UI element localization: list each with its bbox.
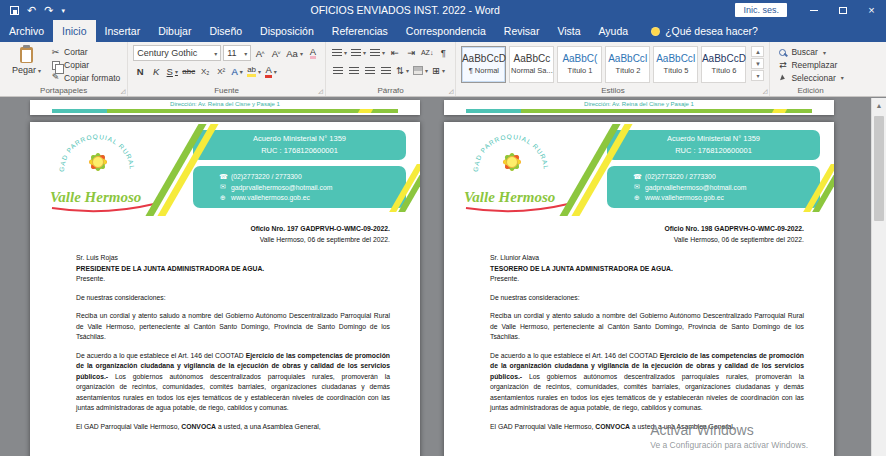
increase-indent-button[interactable]: ⇥: [404, 45, 418, 60]
tab-dibujar[interactable]: Dibujar: [149, 20, 200, 42]
contact-box: ☎(02)2773220 / 2773300 ✉gadprvallehermos…: [193, 166, 406, 208]
italic-button[interactable]: K: [149, 64, 163, 79]
document-page-197[interactable]: GAD PARROQUIAL RURAL Valle Hermoso: [30, 122, 420, 456]
text-effects-button[interactable]: A: [230, 64, 244, 79]
vertical-scrollbar[interactable]: ▲: [871, 98, 886, 456]
bullets-button[interactable]: [331, 45, 348, 60]
line-spacing-button[interactable]: ⇅: [395, 63, 410, 78]
window-title: OFICIOS ENVIADOS INST. 2022 - Word: [75, 4, 736, 16]
style-normal[interactable]: AaBbCcD ¶ Normal: [461, 46, 506, 83]
document-page-198[interactable]: GAD PARROQUIAL RURAL Valle Hermoso: [444, 122, 834, 456]
undo-icon[interactable]: ↶: [27, 5, 36, 16]
font-dialog-launcher-icon[interactable]: ◿: [318, 88, 323, 94]
letterhead: GAD PARROQUIAL RURAL Valle Hermoso: [30, 122, 420, 222]
clipboard-small-buttons: ✂ Cortar Copiar ✎ Copiar formato: [48, 45, 122, 84]
show-formatting-marks-button[interactable]: ¶: [436, 45, 450, 60]
justify-button[interactable]: [379, 63, 393, 78]
paragraph-dialog-launcher-icon[interactable]: ◿: [449, 88, 454, 94]
borders-button[interactable]: ⊞: [431, 63, 446, 78]
salutation-line: De nuestras consideraciones:: [490, 293, 804, 304]
copy-button[interactable]: Copiar: [48, 59, 122, 72]
shrink-font-button[interactable]: A˅: [269, 46, 283, 61]
select-button[interactable]: Seleccionar: [775, 71, 845, 84]
align-left-button[interactable]: [331, 63, 345, 78]
shading-button[interactable]: [412, 63, 429, 78]
previous-page-bottom-right[interactable]: Dirección: Av. Reina del Cisne y Pasaje …: [444, 100, 834, 115]
close-button[interactable]: ×: [857, 0, 886, 20]
tab-archivo[interactable]: Archivo: [0, 20, 53, 42]
tab-diseno[interactable]: Diseño: [200, 20, 251, 42]
clipboard-group-label: Portapapeles: [0, 86, 127, 95]
email-icon: ✉: [219, 183, 227, 191]
align-center-button[interactable]: [347, 63, 361, 78]
replace-button[interactable]: ⇄ Reemplazar: [775, 59, 845, 72]
ruc-line: RUC : 1768120600001: [607, 145, 820, 157]
paste-button[interactable]: Pegar: [5, 45, 48, 84]
scrollbar-thumb[interactable]: [874, 116, 884, 221]
globe-icon: ⊕: [633, 194, 641, 202]
clear-formatting-button[interactable]: A: [306, 46, 320, 61]
cut-button[interactable]: ✂ Cortar: [48, 46, 122, 59]
save-icon[interactable]: [10, 6, 19, 15]
style-titulo-1[interactable]: AaBbC( Título 1: [557, 46, 602, 83]
redo-icon[interactable]: ↷: [44, 5, 53, 16]
styles-scroll-up-icon[interactable]: ▲: [751, 46, 764, 57]
styles-gallery-more-icon[interactable]: ▾: [751, 70, 764, 81]
font-color-button[interactable]: A: [264, 64, 278, 79]
tab-vista[interactable]: Vista: [548, 20, 589, 42]
tab-disposicion[interactable]: Disposición: [251, 20, 323, 42]
oficio-number: Oficio Nro. 197 GADPRVH-O-WMC-09-2022.: [76, 224, 390, 235]
multilevel-list-button[interactable]: [369, 45, 386, 60]
style-titulo-6[interactable]: AaBbCcD Título 6: [701, 46, 746, 83]
format-painter-label: Copiar formato: [64, 73, 120, 83]
subscript-button[interactable]: X₂: [198, 64, 212, 79]
svg-text:Valle Hermoso: Valle Hermoso: [50, 189, 141, 205]
tab-correspondencia[interactable]: Correspondencia: [397, 20, 495, 42]
bullets-icon: [332, 49, 342, 56]
clipboard-dialog-launcher-icon[interactable]: ◿: [121, 88, 126, 94]
strikethrough-button[interactable]: abc: [181, 64, 196, 79]
pilcrow-icon: ¶: [441, 47, 446, 58]
title-bar: ↶ ↷ ▾ OFICIOS ENVIADOS INST. 2022 - Word…: [0, 0, 886, 20]
font-name-combobox[interactable]: Century Gothic: [133, 45, 221, 61]
superscript-button[interactable]: X²: [214, 64, 228, 79]
styles-dialog-launcher-icon[interactable]: ◿: [763, 88, 768, 94]
scroll-up-icon[interactable]: ▲: [872, 98, 886, 112]
style-normal-sa[interactable]: AaBbCc Normal Sa...: [509, 46, 554, 83]
line-spacing-icon: ⇅: [396, 65, 404, 76]
recipient-name: Sr. Luis Rojas: [76, 253, 390, 264]
tab-insertar[interactable]: Insertar: [96, 20, 150, 42]
paragraph-1: Reciba un cordial y atento saludo a nomb…: [490, 311, 804, 343]
numbering-button[interactable]: [350, 45, 367, 60]
bold-button[interactable]: N: [133, 64, 147, 79]
tell-me-box[interactable]: ¿Qué desea hacer?: [641, 20, 768, 42]
align-right-icon: [365, 67, 375, 74]
maximize-button[interactable]: [828, 0, 857, 20]
underline-button[interactable]: S: [165, 64, 179, 79]
grow-font-button[interactable]: A˄: [253, 46, 267, 61]
style-titulo-5[interactable]: AaBbCcI Título 5: [653, 46, 698, 83]
minimize-button[interactable]: [799, 0, 828, 20]
sort-button[interactable]: AZ↓: [420, 45, 434, 60]
tab-ayuda[interactable]: Ayuda: [590, 20, 638, 42]
letter-body[interactable]: Oficio Nro. 197 GADPRVH-O-WMC-09-2022. V…: [30, 222, 420, 433]
highlight-color-button[interactable]: ab: [246, 64, 262, 79]
email-text: gadprvallehermoso@hotmail.com: [231, 184, 332, 192]
tab-revisar[interactable]: Revisar: [495, 20, 549, 42]
letter-body[interactable]: Oficio Nro. 198 GADPRVH-O-WMC-09-2022. V…: [444, 222, 834, 433]
change-case-button[interactable]: Aa: [285, 46, 304, 61]
font-size-combobox[interactable]: 11: [223, 45, 251, 61]
decrease-indent-button[interactable]: ⇤: [388, 45, 402, 60]
align-right-button[interactable]: [363, 63, 377, 78]
tab-inicio[interactable]: Inicio: [53, 20, 96, 42]
style-titulo-2[interactable]: AaBbCcI Título 2: [605, 46, 650, 83]
previous-page-bottom-left[interactable]: Dirección: Av. Reina del Cisne y Pasaje …: [30, 100, 420, 115]
styles-scroll-down-icon[interactable]: ▼: [751, 58, 764, 69]
customize-qat-icon[interactable]: ▾: [61, 7, 65, 14]
find-button[interactable]: Buscar: [775, 46, 845, 59]
paragraph-2: De acuerdo a lo que establece el Art. 14…: [76, 351, 390, 414]
grow-caret-icon: ˄: [261, 50, 265, 56]
tab-referencias[interactable]: Referencias: [323, 20, 397, 42]
acuerdo-box: Acuerdo Ministerial N° 1359 RUC : 176812…: [607, 130, 820, 160]
sign-in-button[interactable]: Inic. ses.: [735, 3, 787, 17]
